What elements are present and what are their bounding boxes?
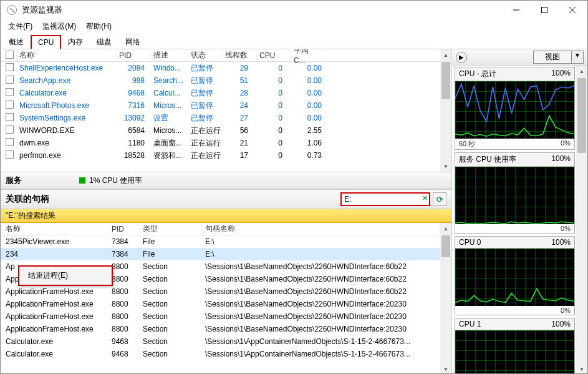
col-h-type[interactable]: 类型 bbox=[140, 224, 203, 234]
minimize-button[interactable] bbox=[502, 1, 530, 19]
proc-avg: 1.06 bbox=[291, 139, 325, 147]
menu-file[interactable]: 文件(F) bbox=[4, 20, 36, 33]
proc-avg: 0.00 bbox=[291, 64, 325, 72]
charts-scrollbar[interactable]: ▲ ▼ bbox=[576, 66, 587, 374]
proc-pid: 1180 bbox=[117, 139, 151, 147]
checkbox-all[interactable] bbox=[6, 51, 14, 59]
process-scrollbar[interactable]: ▲ ▼ bbox=[440, 49, 451, 172]
table-row[interactable]: ApplicationFrameHost.exe8800Section\Sess… bbox=[1, 298, 440, 310]
handle-proc-name: ApplicationFrameHost.exe bbox=[3, 300, 109, 308]
row-checkbox[interactable] bbox=[6, 150, 14, 159]
col-h-pid[interactable]: PID bbox=[109, 225, 140, 234]
table-row[interactable]: perfmon.exe18528资源和...正在运行1700.73 bbox=[1, 149, 440, 162]
table-row[interactable]: 2347384FileE:\ bbox=[1, 248, 440, 260]
col-h-hname[interactable]: 句柄名称 bbox=[203, 224, 440, 234]
scroll-thumb[interactable] bbox=[577, 78, 586, 153]
col-avg[interactable]: 平均 C... bbox=[291, 49, 325, 65]
proc-cpu: 0 bbox=[257, 64, 291, 72]
scroll-down-icon[interactable]: ▼ bbox=[440, 363, 451, 374]
chart-canvas bbox=[455, 81, 574, 139]
handle-pid: 8800 bbox=[109, 300, 140, 308]
handle-pid: 8800 bbox=[109, 287, 140, 296]
row-checkbox[interactable] bbox=[6, 101, 14, 109]
handles-area: 名称 PID 类型 句柄名称 2345PicViewer.exe7384File… bbox=[1, 223, 451, 374]
scroll-down-icon[interactable]: ▼ bbox=[576, 363, 587, 374]
table-row[interactable]: Calculator.exe9468Calcul...已暂停2800.00 bbox=[1, 87, 440, 99]
table-row[interactable]: ApplicationFrameHost.exe8800Section\Sess… bbox=[1, 310, 440, 323]
handles-search-input[interactable] bbox=[340, 192, 430, 206]
handles-section-header[interactable]: 关联的句柄 ✕ ⟳ bbox=[1, 189, 451, 209]
handle-proc-name: 234 bbox=[3, 250, 109, 258]
table-row[interactable]: ShellExperienceHost.exe2084Windo...已暂停29… bbox=[1, 62, 440, 74]
maximize-button[interactable] bbox=[530, 1, 558, 19]
table-row[interactable]: SearchApp.exe988Search...已暂停5100.00 bbox=[1, 74, 440, 87]
proc-cpu: 0 bbox=[257, 126, 291, 135]
handles-scrollbar[interactable]: ▲ ▼ bbox=[440, 223, 451, 374]
search-refresh-button[interactable]: ⟳ bbox=[433, 192, 446, 206]
tab-network[interactable]: 网络 bbox=[118, 34, 147, 49]
view-dropdown[interactable]: 视图 ▼ bbox=[533, 51, 584, 64]
handles-title: 关联的句柄 bbox=[6, 194, 49, 205]
menu-help[interactable]: 帮助(H) bbox=[82, 20, 115, 33]
scroll-thumb[interactable] bbox=[441, 62, 450, 99]
col-h-name[interactable]: 名称 bbox=[3, 224, 109, 234]
view-dropdown-label[interactable]: 视图 bbox=[533, 51, 572, 64]
tab-disk[interactable]: 磁盘 bbox=[90, 34, 118, 49]
handle-pid: 7384 bbox=[109, 237, 140, 246]
col-name[interactable]: 名称 bbox=[17, 50, 117, 61]
services-cpu-indicator: 1% CPU 使用率 bbox=[79, 175, 142, 186]
proc-pid: 13092 bbox=[117, 114, 151, 122]
handle-type: File bbox=[140, 237, 203, 246]
scroll-thumb[interactable] bbox=[441, 235, 450, 257]
table-row[interactable]: Microsoft.Photos.exe7316Micros...已暂停2400… bbox=[1, 99, 440, 112]
chart-max: 100% bbox=[551, 320, 571, 328]
table-row[interactable]: ApplicationFrameHost.exe8800Section\Sess… bbox=[1, 323, 440, 335]
col-pid[interactable]: PID bbox=[117, 51, 151, 60]
proc-name: Microsoft.Photos.exe bbox=[17, 101, 117, 110]
table-row[interactable]: dwm.exe1180桌面窗...正在运行2101.06 bbox=[1, 137, 440, 149]
services-cpu-text: 1% CPU 使用率 bbox=[89, 175, 142, 186]
tab-cpu[interactable]: CPU bbox=[31, 35, 61, 49]
scroll-up-icon[interactable]: ▲ bbox=[440, 49, 451, 61]
proc-pid: 18528 bbox=[117, 151, 151, 160]
row-checkbox[interactable] bbox=[6, 63, 14, 71]
proc-status: 已暂停 bbox=[188, 101, 223, 111]
proc-threads: 24 bbox=[223, 101, 257, 110]
handle-name: \Sessions\1\AppContainerNamedObjects\S-1… bbox=[203, 350, 440, 358]
search-clear-icon[interactable]: ✕ bbox=[422, 194, 428, 202]
expand-button[interactable]: ▶ bbox=[456, 52, 467, 63]
scroll-down-icon[interactable]: ▼ bbox=[440, 160, 451, 172]
close-button[interactable] bbox=[558, 1, 586, 19]
table-row[interactable]: SystemSettings.exe13092设置已暂停2700.00 bbox=[1, 112, 440, 124]
row-checkbox[interactable] bbox=[6, 76, 14, 84]
chart-max: 100% bbox=[551, 154, 571, 165]
proc-desc: 资源和... bbox=[151, 150, 188, 161]
col-cpu[interactable]: CPU bbox=[257, 51, 291, 60]
row-checkbox[interactable] bbox=[6, 138, 14, 146]
table-row[interactable]: WINWORD.EXE6584Micros...正在运行5602.55 bbox=[1, 124, 440, 137]
col-desc[interactable]: 描述 bbox=[151, 50, 188, 61]
col-status[interactable]: 状态 bbox=[188, 50, 223, 61]
table-row[interactable]: 2345PicViewer.exe7384FileE:\ bbox=[1, 235, 440, 248]
services-section-header[interactable]: 服务 1% CPU 使用率 bbox=[1, 172, 451, 189]
handle-type: File bbox=[140, 250, 203, 258]
scroll-up-icon[interactable]: ▲ bbox=[440, 223, 451, 234]
col-threads[interactable]: 线程数 bbox=[223, 50, 257, 61]
table-row[interactable]: Calculator.exe9468Section\Sessions\1\App… bbox=[1, 348, 440, 360]
chevron-down-icon[interactable]: ▼ bbox=[572, 51, 584, 64]
menu-monitor[interactable]: 监视器(M) bbox=[39, 20, 80, 33]
row-checkbox[interactable] bbox=[6, 88, 14, 96]
chart-title: 服务 CPU 使用率 bbox=[459, 154, 516, 165]
row-checkbox[interactable] bbox=[6, 125, 14, 134]
chart-block: 服务 CPU 使用率100%0% bbox=[455, 152, 575, 234]
row-checkbox[interactable] bbox=[6, 113, 14, 121]
proc-name: perfmon.exe bbox=[17, 151, 117, 160]
handle-name: \Sessions\1\AppContainerNamedObjects\S-1… bbox=[203, 337, 440, 346]
scroll-up-icon[interactable]: ▲ bbox=[576, 66, 587, 77]
table-row[interactable]: Calculator.exe9468Section\Sessions\1\App… bbox=[1, 335, 440, 348]
tab-overview[interactable]: 概述 bbox=[2, 34, 31, 49]
table-row[interactable]: ApplicationFrameHost.exe8800Section\Sess… bbox=[1, 285, 440, 298]
handle-pid: 8800 bbox=[109, 325, 140, 333]
ctx-end-process[interactable]: 结束进程(E) bbox=[19, 267, 112, 285]
tab-memory[interactable]: 内存 bbox=[61, 34, 90, 49]
